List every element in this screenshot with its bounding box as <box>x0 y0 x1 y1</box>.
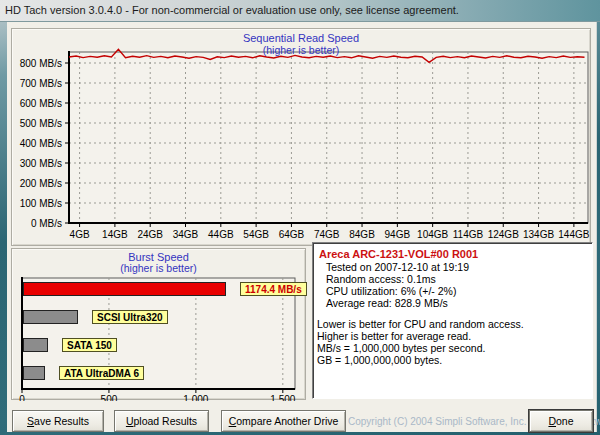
compare-another-drive-button[interactable]: Compare Another Drive <box>221 410 346 432</box>
info-notes: Lower is better for CPU and random acces… <box>317 318 592 366</box>
svg-text:1,000: 1,000 <box>183 394 208 402</box>
drive-name: Areca ARC-1231-VOL#00 R001 <box>319 248 592 260</box>
svg-text:54GB: 54GB <box>243 229 269 240</box>
note-line: Higher is better for average read. <box>317 330 592 342</box>
note-line: MB/s = 1,000,000 bytes per second. <box>317 342 592 354</box>
burst-bar <box>23 310 78 324</box>
sequential-chart-subtitle: (higher is better) <box>12 44 590 56</box>
svg-text:134GB: 134GB <box>523 229 554 240</box>
desktop: { "window": { "title": "HD Tach version … <box>0 0 600 435</box>
svg-text:144GB: 144GB <box>558 229 589 240</box>
burst-bar-label: ATA UltraDMA 6 <box>59 366 144 380</box>
burst-chart-subtitle: (higher is better) <box>12 262 305 274</box>
svg-text:24GB: 24GB <box>137 229 163 240</box>
svg-text:64GB: 64GB <box>279 229 305 240</box>
window-title: HD Tach version 3.0.4.0 - For non-commer… <box>5 4 459 16</box>
title-bar: HD Tach version 3.0.4.0 - For non-commer… <box>0 0 600 22</box>
svg-text:500 MB/s: 500 MB/s <box>20 118 62 129</box>
svg-text:600 MB/s: 600 MB/s <box>20 98 62 109</box>
svg-text:100 MB/s: 100 MB/s <box>20 198 62 209</box>
test-date: Tested on 2007-12-10 at 19:19 <box>326 261 592 273</box>
svg-text:124GB: 124GB <box>488 229 519 240</box>
svg-text:400 MB/s: 400 MB/s <box>20 138 62 149</box>
svg-text:74GB: 74GB <box>314 229 340 240</box>
sequential-read-panel: 0 MB/s100 MB/s200 MB/s300 MB/s400 MB/s50… <box>11 28 591 246</box>
sequential-read-chart: 0 MB/s100 MB/s200 MB/s300 MB/s400 MB/s50… <box>12 29 590 245</box>
note-line: Lower is better for CPU and random acces… <box>317 318 592 330</box>
svg-text:84GB: 84GB <box>349 229 375 240</box>
burst-bar <box>23 366 45 380</box>
cpu-utilization: CPU utilization: 6% (+/- 2%) <box>326 285 592 297</box>
svg-text:500: 500 <box>101 394 118 402</box>
svg-text:34GB: 34GB <box>173 229 199 240</box>
svg-text:700 MB/s: 700 MB/s <box>20 78 62 89</box>
svg-text:114GB: 114GB <box>453 229 484 240</box>
note-line: GB = 1,000,000,000 bytes. <box>317 354 592 366</box>
app-window: 0 MB/s100 MB/s200 MB/s300 MB/s400 MB/s50… <box>7 22 597 432</box>
svg-text:0: 0 <box>19 394 25 402</box>
burst-bar-label: 1174.4 MB/s <box>240 282 307 296</box>
burst-bar <box>23 282 226 296</box>
svg-text:300 MB/s: 300 MB/s <box>20 158 62 169</box>
random-access: Random access: 0.1ms <box>326 273 592 285</box>
svg-text:14GB: 14GB <box>102 229 128 240</box>
svg-text:44GB: 44GB <box>208 229 234 240</box>
svg-text:104GB: 104GB <box>417 229 448 240</box>
drive-info-panel: Areca ARC-1231-VOL#00 R001 Tested on 200… <box>312 242 593 399</box>
save-results-button[interactable]: Save Results <box>12 410 104 432</box>
svg-text:0 MB/s: 0 MB/s <box>31 218 62 229</box>
upload-results-button[interactable]: Upload Results <box>114 410 209 432</box>
burst-bar <box>23 338 48 352</box>
copyright-text: Copyright (C) 2004 Simpli Software, Inc.… <box>348 416 530 427</box>
average-read: Average read: 828.9 MB/s <box>326 297 592 309</box>
svg-text:200 MB/s: 200 MB/s <box>20 178 62 189</box>
svg-text:4GB: 4GB <box>70 229 90 240</box>
sequential-chart-title: Sequential Read Speed <box>12 32 590 44</box>
svg-text:94GB: 94GB <box>385 229 411 240</box>
burst-bar-label: SATA 150 <box>62 338 117 352</box>
burst-speed-panel: 05001,0001,500 1174.4 MB/sSCSI Ultra320S… <box>11 248 306 400</box>
burst-bar-label: SCSI Ultra320 <box>92 310 168 324</box>
svg-text:800 MB/s: 800 MB/s <box>20 58 62 69</box>
svg-text:1,500: 1,500 <box>270 394 295 402</box>
done-button[interactable]: Done <box>529 410 593 432</box>
